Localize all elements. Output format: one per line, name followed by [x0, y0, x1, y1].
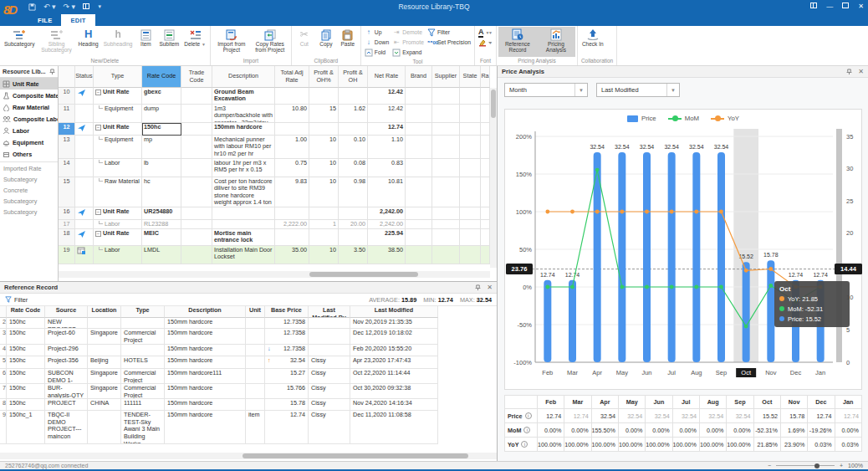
legend-item-yoy[interactable]: YoY — [711, 115, 739, 122]
grid-cell[interactable] — [432, 177, 460, 207]
sidebar-item-others[interactable]: Others — [0, 148, 58, 160]
grid-cell[interactable]: 1.62 — [339, 105, 368, 123]
grid-cell[interactable]: LMDL — [142, 246, 181, 264]
close-icon[interactable]: ✕ — [858, 68, 864, 75]
grid-cell[interactable]: 0.10 — [339, 136, 368, 159]
sidebar-item-composite-labor[interactable]: Composite Labor — [0, 113, 58, 125]
zoom-slider[interactable] — [776, 465, 835, 466]
grid-column-header[interactable]: Ra — [481, 66, 490, 88]
grid-cell[interactable]: Labor — [94, 159, 142, 177]
grid-cell[interactable] — [481, 246, 490, 264]
grid-cell[interactable]: 2,242.00 — [368, 207, 406, 220]
ribbon-button-up[interactable]: ↑Up — [365, 28, 389, 37]
legend-item-mom[interactable]: MoM — [668, 115, 699, 122]
grid-column-header[interactable]: State — [460, 66, 481, 88]
grid-cell[interactable]: 9.83 — [275, 177, 309, 207]
grid-cell[interactable]: Mortise main entrance lock — [212, 229, 275, 246]
grid-cell[interactable]: 15 — [309, 105, 339, 123]
grid-cell[interactable] — [432, 207, 460, 220]
grid-cell[interactable] — [181, 105, 212, 123]
grid-cell[interactable] — [460, 159, 481, 177]
maximize-button[interactable] — [842, 3, 849, 10]
reference-column-header[interactable]: Last Modified — [350, 306, 438, 318]
grid-cell[interactable] — [181, 123, 212, 136]
grid-cell[interactable] — [181, 220, 212, 229]
grid-row[interactable]: 16−Unit RateUR2548802,242.00 — [59, 207, 490, 220]
grid-cell[interactable] — [481, 136, 490, 159]
grid-cell[interactable]: 0.08 — [339, 159, 368, 177]
grid-column-header[interactable]: Supplier — [432, 66, 460, 88]
ribbon-button-expand[interactable]: Expand — [392, 48, 424, 57]
grid-cell[interactable] — [460, 123, 481, 136]
grid-cell[interactable] — [75, 105, 94, 123]
grid-cell[interactable]: MEIC — [142, 229, 181, 246]
tab-file[interactable]: FILE — [28, 14, 61, 26]
grid-row[interactable]: 12−Unit Rate150hc150mm hardcore12.74 — [59, 123, 490, 136]
grid-cell[interactable]: 1 — [309, 220, 339, 229]
ribbon-button-delete[interactable]: Delete ▼ — [181, 27, 208, 57]
grid-cell[interactable]: 12 — [59, 123, 75, 136]
grid-cell[interactable]: 0.98 — [339, 177, 368, 207]
grid-cell[interactable] — [75, 246, 94, 264]
grid-cell[interactable] — [432, 159, 460, 177]
grid-row[interactable]: 18−Unit RateMEICMortise main entrance lo… — [59, 229, 490, 246]
grid-cell[interactable] — [432, 229, 460, 246]
grid-cell[interactable]: Installation Main Door Lockset — [212, 246, 275, 264]
grid-cell[interactable] — [75, 123, 94, 136]
grid-cell[interactable]: 150hc — [142, 123, 181, 136]
grid-cell[interactable]: 12.74 — [368, 123, 406, 136]
period-select[interactable]: Month▼ — [504, 83, 588, 97]
reference-row[interactable]: 5150hcProject-356BeijingHOTELS150mm hard… — [0, 356, 497, 369]
grid-row[interactable]: 11Equipmentdump1m3 dumper/backhole with … — [59, 105, 490, 123]
grid-cell[interactable] — [75, 229, 94, 246]
grid-cell[interactable] — [406, 123, 432, 136]
grid-cell[interactable]: 150mm hardcore — [212, 123, 275, 136]
reference-column-header[interactable]: Location — [88, 306, 121, 318]
grid-cell[interactable] — [406, 159, 432, 177]
ribbon-button-paste[interactable]: Paste — [337, 27, 359, 57]
grid-cell[interactable]: 10 — [309, 159, 339, 177]
grid-cell[interactable]: 225.94 — [368, 229, 406, 246]
ribbon-button-fold[interactable]: Fold — [365, 48, 389, 57]
grid-cell[interactable]: dump — [142, 105, 181, 123]
grid-column-header[interactable] — [59, 66, 75, 88]
grid-cell[interactable]: 38.50 — [368, 246, 406, 264]
grid-cell[interactable] — [406, 207, 432, 220]
ribbon-button-highlight[interactable]: ▼ — [478, 38, 493, 47]
grid-cell[interactable]: 3.50 — [339, 246, 368, 264]
sidebar-item-subcategory[interactable]: Subcategory — [0, 175, 58, 186]
ribbon-button-demote[interactable]: ⇥Demote — [392, 28, 424, 37]
ribbon-button-subitem[interactable]: Subitem — [156, 27, 181, 57]
grid-cell[interactable] — [432, 105, 460, 123]
reference-row[interactable]: 6150hcSUBCON DEMO 1-scoptSingaporeCommer… — [0, 369, 497, 384]
zoom-in-button[interactable]: + — [840, 463, 843, 468]
reference-column-header[interactable]: Type — [121, 306, 165, 318]
reference-column-header[interactable]: Base Price — [265, 306, 309, 318]
grid-cell[interactable] — [212, 207, 275, 220]
grid-column-header[interactable]: Trade Code — [181, 66, 212, 88]
grid-cell[interactable] — [181, 207, 212, 220]
grid-cell[interactable]: Raw Material — [94, 177, 142, 207]
grid-cell[interactable]: Equipment — [94, 136, 142, 159]
grid-cell[interactable] — [181, 136, 212, 159]
grid-cell[interactable]: 13 — [59, 136, 75, 159]
reference-row[interactable]: 7150hcBUR-analysis-QTY & AMOUNTSingapore… — [0, 384, 497, 399]
grid-cell[interactable] — [460, 136, 481, 159]
grid-column-header[interactable]: Profit & OH — [339, 66, 368, 88]
grid-cell[interactable] — [460, 177, 481, 207]
grid-cell[interactable] — [181, 177, 212, 207]
reference-column-header[interactable]: Description — [165, 306, 246, 318]
grid-cell[interactable]: Cost per ton hardcore diliver to site RM… — [212, 177, 275, 207]
grid-cell[interactable] — [309, 88, 339, 105]
grid-vertical-scrollbar[interactable] — [490, 88, 497, 268]
grid-row[interactable]: 14Laborlblabour 1hr per m3 x RM5 per hr … — [59, 159, 490, 177]
grid-cell[interactable] — [75, 88, 94, 105]
sidebar-item-labor[interactable]: Labor — [0, 125, 58, 136]
reference-column-header[interactable]: Rate Code — [7, 306, 45, 318]
grid-row[interactable]: 15Raw MaterialhcCost per ton hardcore di… — [59, 177, 490, 207]
grid-cell[interactable]: 11 — [59, 105, 75, 123]
ribbon-button-heading[interactable]: HHeading — [76, 27, 101, 57]
grid-cell[interactable] — [309, 207, 339, 220]
grid-cell[interactable]: 17 — [59, 220, 75, 229]
grid-cell[interactable]: RL23288 — [142, 220, 181, 229]
